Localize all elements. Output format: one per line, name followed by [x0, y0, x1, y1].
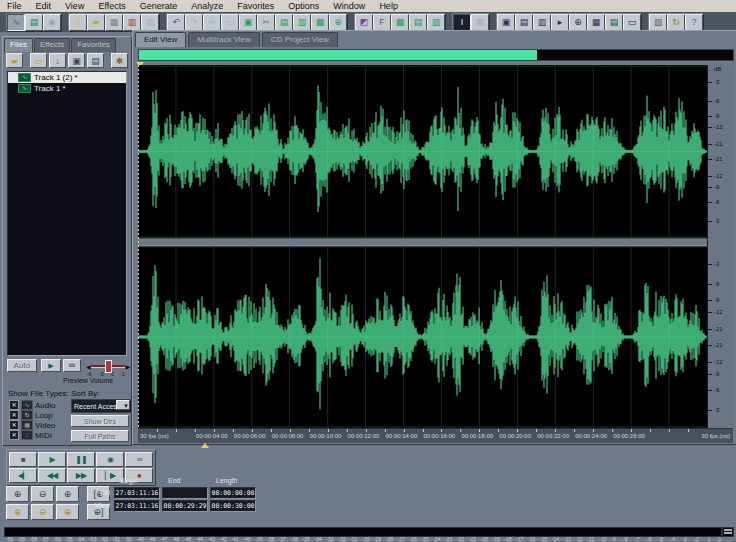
fast-forward-button[interactable]: ▶▶ — [67, 468, 95, 483]
zoom-to-selection-button[interactable]: ⊕ — [6, 504, 29, 520]
file-list[interactable]: ∿Track 1 (2) *∿Track 1 * — [7, 71, 127, 356]
time-ruler[interactable]: 30 fps (mt)30 fps (mt)00:00:04:0000:00:0… — [138, 428, 733, 443]
full-paths-button[interactable]: Full Paths — [71, 430, 129, 442]
help-button[interactable]: ? — [685, 14, 703, 31]
menu-generate[interactable]: Generate — [133, 0, 185, 12]
menu-favorites[interactable]: Favorites — [230, 0, 281, 12]
insert-session-button[interactable]: ▤ — [87, 53, 104, 68]
phase-view-button[interactable]: ▤ — [409, 14, 427, 31]
menu-window[interactable]: Window — [326, 0, 372, 12]
checkbox-checked-icon[interactable]: ✕ — [9, 420, 19, 430]
tab-edit-view[interactable]: Edit View — [135, 32, 186, 47]
snapshot-button[interactable]: ▧ — [649, 14, 667, 31]
window-meters-button[interactable]: ▤ — [605, 14, 623, 31]
file-type-row-loop[interactable]: ✕↻Loop — [9, 410, 55, 420]
import-audio-button[interactable]: ↓ — [49, 53, 66, 68]
file-list-item[interactable]: ∿Track 1 (2) * — [8, 72, 126, 83]
save-as-button[interactable]: ▥ — [123, 14, 141, 31]
open-file-button[interactable]: ▰ — [87, 14, 105, 31]
ibeam-tool-button[interactable]: I — [453, 14, 471, 31]
file-type-row-midi[interactable]: ✕♫MIDI — [9, 430, 55, 440]
slider-left-arrow-icon[interactable]: ◀ — [86, 363, 91, 370]
close-file-button[interactable]: ▨ — [141, 14, 159, 31]
file-type-row-video[interactable]: ✕▦Video — [9, 420, 55, 430]
zoom-out-button[interactable]: ⊖ — [31, 486, 54, 502]
menu-help[interactable]: Help — [372, 0, 405, 12]
checkbox-checked-icon[interactable]: ✕ — [9, 430, 19, 440]
organizer-tab-effects[interactable]: Effects — [34, 38, 70, 52]
undo-button[interactable]: ↶ — [167, 14, 185, 31]
tab-cd-project-view[interactable]: CD Project View — [262, 32, 338, 47]
sel-length-field[interactable]: 00:00:00:00 — [210, 487, 256, 499]
insert-to-multitrack-button[interactable]: ▥ — [293, 14, 311, 31]
amplitude-ruler[interactable]: dB-3-6-9-12-21-21-12-9-6-3-3-6-9-12-21-2… — [707, 65, 734, 428]
save-button[interactable]: ▦ — [105, 14, 123, 31]
zoom-tool-button[interactable]: ⊕ — [329, 14, 347, 31]
sel-begin-field[interactable]: 27:03:11:16 — [114, 487, 160, 499]
mix-paste-button[interactable]: ▤ — [275, 14, 293, 31]
view-end-field[interactable]: 00:00:29:29 — [162, 500, 208, 512]
stop-button[interactable]: ■ — [9, 452, 37, 467]
window-layout-1-button[interactable]: ▣ — [497, 14, 515, 31]
organizer-tab-files[interactable]: Files — [4, 38, 33, 52]
cut-to-new-button[interactable]: ✂ — [257, 14, 275, 31]
file-list-item[interactable]: ∿Track 1 * — [8, 83, 126, 94]
window-layout-3-button[interactable]: ▥ — [533, 14, 551, 31]
loop-button[interactable]: ∞ — [125, 452, 153, 467]
window-zoom-button[interactable]: ⊕ — [569, 14, 587, 31]
menu-file[interactable]: File — [0, 0, 29, 12]
tab-multitrack-view[interactable]: Multitrack View — [188, 32, 260, 47]
zoom-full-button[interactable]: ⊕ — [56, 486, 79, 502]
menu-effects[interactable]: Effects — [91, 0, 132, 12]
play-button[interactable]: ▶ — [38, 452, 66, 467]
refresh-button[interactable]: ↻ — [667, 14, 685, 31]
cd-project-button[interactable]: ◉ — [43, 14, 61, 31]
window-play-button[interactable]: ▸ — [551, 14, 569, 31]
pause-button[interactable]: ❚❚ — [67, 452, 95, 467]
play-looped-button[interactable]: ◉ — [96, 452, 124, 467]
options-button[interactable]: ✱ — [111, 53, 128, 68]
menu-view[interactable]: View — [58, 0, 91, 12]
go-to-start-button[interactable]: ◀▏ — [9, 468, 37, 483]
import-file-button[interactable]: ▰ — [6, 53, 23, 68]
insert-to-cd-button[interactable]: ▦ — [311, 14, 329, 31]
zoom-out-full-button[interactable]: ⊖ — [31, 504, 54, 520]
sort-dropdown-arrow-icon[interactable]: ▼ — [116, 400, 130, 410]
zoom-selection-edge-button[interactable]: ⊕ — [56, 504, 79, 520]
cut-button[interactable]: ✂ — [203, 14, 221, 31]
view-begin-field[interactable]: 27:03:11:16 — [114, 500, 160, 512]
redo-button[interactable]: ↷ — [185, 14, 203, 31]
sel-end-field[interactable] — [162, 487, 208, 499]
overview-view-range[interactable] — [139, 50, 537, 60]
edit-view-button[interactable]: ∿ — [7, 14, 25, 31]
view-length-field[interactable]: 00:00:30:00 — [210, 500, 256, 512]
preview-play-button[interactable]: ▶ — [41, 359, 61, 372]
menu-analyze[interactable]: Analyze — [184, 0, 230, 12]
rewind-button[interactable]: ◀◀ — [38, 468, 66, 483]
preview-loop-button[interactable]: ∞ — [63, 359, 81, 372]
file-type-row-audio[interactable]: ✕∿Audio — [9, 400, 55, 410]
window-layout-2-button[interactable]: ▤ — [515, 14, 533, 31]
scripts-button[interactable]: F — [373, 14, 391, 31]
copy-button[interactable]: ▣ — [239, 14, 257, 31]
marquee-tool-button[interactable]: ▦ — [471, 14, 489, 31]
overview-navigation-bar[interactable] — [138, 49, 734, 61]
organizer-tab-favorites[interactable]: Favorites — [71, 38, 116, 52]
spectral-view-button[interactable]: ▥ — [427, 14, 445, 31]
menu-options[interactable]: Options — [281, 0, 326, 12]
menu-edit[interactable]: Edit — [29, 0, 59, 12]
window-time-button[interactable]: ▦ — [587, 14, 605, 31]
effects-toggle-button[interactable]: ◩ — [355, 14, 373, 31]
open-folder-button[interactable]: ▱ — [30, 53, 47, 68]
checkbox-checked-icon[interactable]: ✕ — [9, 410, 19, 420]
multitrack-view-button[interactable]: ▤ — [25, 14, 43, 31]
slider-right-arrow-icon[interactable]: ▶ — [125, 363, 130, 370]
window-session-button[interactable]: ▭ — [623, 14, 641, 31]
paste-special-button[interactable]: ▭ — [221, 14, 239, 31]
auto-play-button[interactable]: Auto — [7, 359, 37, 372]
new-file-button[interactable]: ▯ — [69, 14, 87, 31]
close-files-button[interactable]: ▣ — [68, 53, 85, 68]
checkbox-checked-icon[interactable]: ✕ — [9, 400, 19, 410]
show-dirs-button[interactable]: Show Dirs — [71, 415, 129, 427]
frequency-view-button[interactable]: ▦ — [391, 14, 409, 31]
